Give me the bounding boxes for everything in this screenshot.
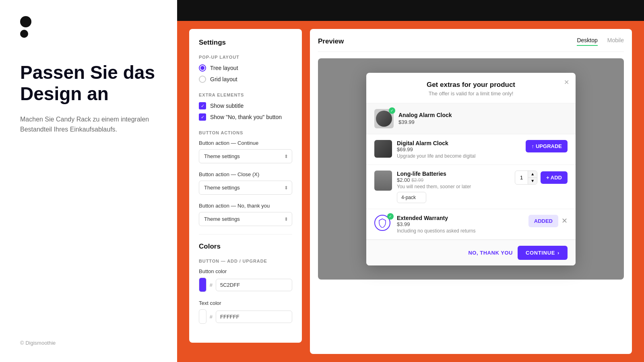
main-headline: Passen Sie das Design an (20, 62, 157, 105)
qty-control: 1 ▲ ▼ (515, 171, 537, 185)
batteries-price-original: $2.99 (411, 177, 423, 183)
popup-modal: ✕ Get extras for your product The offer … (366, 73, 576, 265)
qty-up-button[interactable]: ▲ (528, 171, 537, 178)
digital-clock-desc: Upgrade your life and become digital (397, 153, 521, 159)
product-row-batteries: Long-life Batteries $2.00 $2.99 You will… (366, 165, 576, 209)
popup-layout-label: POP-UP LAYOUT (199, 55, 292, 60)
button-no-thanks-label: Button action — No, thank you (199, 203, 292, 209)
warranty-actions: ADDED ✕ (528, 215, 568, 227)
main-subtext: Machen Sie Candy Rack zu einem integrale… (20, 114, 157, 135)
text-color-row: # (199, 309, 292, 324)
batteries-name: Long-life Batteries (397, 171, 510, 177)
button-color-row: # (199, 278, 292, 292)
qty-down-button[interactable]: ▼ (528, 178, 537, 184)
upgrade-button[interactable]: ↑ UPGRADE (526, 140, 568, 152)
text-color-label: Text color (199, 300, 292, 306)
popup-close-icon[interactable]: ✕ (564, 78, 569, 86)
digital-clock-info: Digital Alarm Clock $69.99 Upgrade your … (397, 140, 521, 159)
popup-top: ✕ Get extras for your product The offer … (366, 73, 576, 103)
main-product-img: ✓ (374, 109, 394, 128)
warranty-img-wrapper: ✓ (374, 215, 392, 232)
button-color-label: Button color (199, 268, 292, 274)
tab-mobile[interactable]: Mobile (607, 37, 624, 46)
batteries-actions: 1 ▲ ▼ + ADD (515, 171, 568, 185)
button-close-field: Button action — Close (X) Theme settings… (199, 171, 292, 195)
checkbox-box-no-thanks: ✓ (199, 113, 206, 121)
main-product-price: $39.99 (398, 119, 415, 125)
settings-panel: Settings POP-UP LAYOUT Tree layout Grid … (189, 29, 302, 343)
continue-button[interactable]: CONTINUE › (518, 246, 568, 260)
radio-grid-label: Grid layout (210, 76, 237, 82)
extra-elements-label: EXTRA ELEMENTS (199, 93, 292, 97)
text-color-swatch[interactable] (199, 309, 206, 324)
main-product-name: Analog Alarm Clock (398, 112, 452, 118)
no-thanks-button[interactable]: NO, THANK YOU (468, 250, 513, 256)
main-product-info: Analog Alarm Clock $39.99 (398, 112, 452, 125)
text-color-field: Text color # (199, 300, 292, 324)
warranty-shield-icon (378, 218, 387, 228)
radio-tree-layout[interactable]: Tree layout (199, 64, 292, 72)
popup-footer: NO, THANK YOU CONTINUE › (366, 240, 576, 265)
settings-title: Settings (199, 39, 292, 47)
button-color-swatch[interactable] (199, 278, 206, 292)
extra-elements-group: ✓ Show subtitle ✓ Show "No, thank you" b… (199, 102, 292, 121)
batteries-price-current: $2.00 (397, 177, 410, 183)
button-no-thanks-select[interactable]: Theme settings (199, 212, 292, 226)
upgrade-label: UPGRADE (536, 143, 562, 149)
warranty-info: Extended Warranty $3.99 Including no que… (397, 215, 524, 234)
button-continue-select-wrapper: Theme settings ⬍ (199, 149, 292, 163)
button-continue-select[interactable]: Theme settings (199, 149, 292, 163)
digital-clock-price: $69.99 (397, 146, 521, 152)
button-add-upgrade-label: BUTTON — ADD / UPGRADE (199, 259, 292, 263)
add-button[interactable]: + ADD (541, 171, 568, 184)
remove-warranty-icon[interactable]: ✕ (561, 216, 568, 225)
colors-section: Colors BUTTON — ADD / UPGRADE Button col… (199, 243, 292, 324)
batteries-price: $2.00 $2.99 (397, 177, 510, 183)
button-color-input[interactable] (216, 279, 292, 291)
button-close-select[interactable]: Theme settings (199, 181, 292, 195)
colors-title: Colors (199, 243, 292, 251)
batteries-variant-select[interactable]: 4-pack (397, 192, 426, 203)
digital-clock-name: Digital Alarm Clock (397, 140, 521, 146)
checkbox-subtitle-label: Show subtitle (210, 103, 244, 109)
button-actions-label: BUTTON ACTIONS (199, 130, 292, 135)
right-panel: Settings POP-UP LAYOUT Tree layout Grid … (177, 0, 644, 362)
continue-arrow-icon: › (557, 250, 559, 256)
button-color-hash: # (210, 282, 213, 288)
checkbox-box-subtitle: ✓ (199, 102, 206, 109)
button-no-thanks-select-wrapper: Theme settings ⬍ (199, 212, 292, 226)
batteries-desc: You will need them, sooner or later (397, 184, 510, 189)
checkbox-check-subtitle: ✓ (201, 103, 204, 109)
checkbox-check-no-thanks: ✓ (201, 115, 204, 120)
digital-clock-img (374, 140, 392, 158)
upgrade-icon: ↑ (531, 143, 534, 149)
divider (199, 234, 292, 234)
radio-grid-layout[interactable]: Grid layout (199, 76, 292, 83)
button-no-thanks-field: Button action — No, thank you Theme sett… (199, 203, 292, 226)
radio-circle-grid (199, 76, 206, 83)
warranty-check-badge: ✓ (387, 213, 394, 220)
qty-buttons: ▲ ▼ (528, 171, 537, 184)
button-continue-label: Button action — Continue (199, 140, 292, 146)
button-close-label: Button action — Close (X) (199, 171, 292, 177)
main-product-check: ✓ (389, 107, 395, 114)
popup-title: Get extras for your product (376, 81, 566, 89)
button-continue-field: Button action — Continue Theme settings … (199, 140, 292, 163)
text-color-input[interactable] (216, 311, 292, 323)
warranty-desc: Including no questions asked returns (397, 228, 524, 234)
checkbox-show-no-thanks[interactable]: ✓ Show "No, thank you" button (199, 113, 292, 121)
product-row-warranty: ✓ Extended Warranty $3.99 Including no q… (366, 209, 576, 240)
popup-subtitle: The offer is valid for a limit time only… (376, 90, 566, 97)
batteries-info: Long-life Batteries $2.00 $2.99 You will… (397, 171, 510, 203)
logo-dot-small (20, 30, 28, 38)
copyright: © Digismoothie (20, 340, 56, 346)
top-bar (177, 0, 644, 21)
main-product-row: ✓ Analog Alarm Clock $39.99 (366, 103, 576, 134)
text-color-hash: # (210, 314, 213, 320)
tab-desktop[interactable]: Desktop (577, 37, 597, 46)
layout-radio-group: Tree layout Grid layout (199, 64, 292, 83)
preview-panel: Preview Desktop Mobile ✕ Get extras for … (310, 29, 632, 354)
radio-circle-tree (199, 64, 206, 72)
added-button[interactable]: ADDED (528, 215, 558, 227)
checkbox-show-subtitle[interactable]: ✓ Show subtitle (199, 102, 292, 109)
